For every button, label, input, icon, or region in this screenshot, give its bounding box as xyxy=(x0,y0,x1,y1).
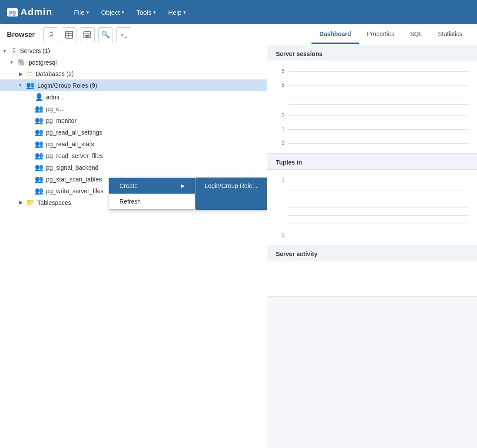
tree-node-pg-read-all-settings[interactable]: 👥 pg_read_all_settings xyxy=(0,126,267,138)
server-activity-section: Server activity xyxy=(267,245,477,296)
menu-object[interactable]: Object ▾ xyxy=(97,6,129,19)
brand-text: Admin xyxy=(20,7,52,18)
login-roles-icon: 👥 xyxy=(26,81,35,89)
server-button[interactable]: 🗄 xyxy=(43,27,58,42)
servers-icon: 🗄 xyxy=(10,47,17,55)
menu-help[interactable]: Help ▾ xyxy=(164,6,190,19)
pg-monitor-label: pg_monitor xyxy=(46,117,76,124)
server-sessions-header: Server sessions xyxy=(267,45,477,61)
tuples-chart-row-1: 1 xyxy=(276,177,468,183)
terminal-button[interactable]: >_ xyxy=(116,27,131,42)
tab-properties[interactable]: Properties xyxy=(359,25,402,44)
tree-node-servers[interactable]: ▾ 🗄 Servers (1) xyxy=(0,45,267,56)
tree-node-postgresql[interactable]: ▾ 🐘 postgresql xyxy=(0,56,267,68)
login-group-role-label: Login/Group Role... xyxy=(205,182,257,189)
pg-signal-backend-icon: 👥 xyxy=(35,163,43,171)
tablespaces-chevron-icon: ▶ xyxy=(19,200,24,205)
main-content: ▾ 🗄 Servers (1) ▾ 🐘 postgresql ▶ 🗂 Datab… xyxy=(0,45,477,448)
toolbar-tabs: Dashboard Properties SQL Statistics xyxy=(311,25,470,44)
chart-row-0: 0 xyxy=(276,140,468,146)
top-navbar: pg Admin File ▾ Object ▾ Tools ▾ Help ▾ xyxy=(0,0,477,24)
submenu-login-group-role[interactable]: Login/Group Role... xyxy=(196,178,267,194)
pg-stat-scan-tables-icon: 👥 xyxy=(35,175,43,183)
help-chevron-icon: ▾ xyxy=(183,10,186,15)
filter-button[interactable] xyxy=(80,27,95,42)
chart-row-5: 5 xyxy=(276,82,468,88)
pg-logo: pg xyxy=(7,8,18,16)
server-sessions-section: Server sessions 6 5 xyxy=(267,45,477,154)
tab-dashboard[interactable]: Dashboard xyxy=(311,25,359,44)
tuples-in-header: Tuples in xyxy=(267,154,477,170)
tree-node-pg-signal-backend[interactable]: 👥 pg_signal_backend xyxy=(0,161,267,173)
pg-ex-icon: 👥 xyxy=(35,105,43,113)
pg-monitor-icon: 👥 xyxy=(35,116,43,125)
admin-label: admi... xyxy=(46,94,64,101)
tuples-chart-row-b5 xyxy=(276,224,468,224)
pg-ex-label: pg_e... xyxy=(46,105,65,112)
pg-read-server-files-icon: 👥 xyxy=(35,152,43,160)
context-menu-create[interactable]: Create ▶ xyxy=(109,178,195,194)
server-sessions-chart: 6 5 2 xyxy=(267,61,477,153)
toolbar: Browser 🗄 🔍 >_ Dashboard Properties SQL … xyxy=(0,24,477,45)
pg-read-all-stats-icon: 👥 xyxy=(35,140,43,148)
tab-sql[interactable]: SQL xyxy=(402,25,430,44)
postgresql-icon: 🐘 xyxy=(17,58,26,66)
tuples-in-section: Tuples in 1 xyxy=(267,154,477,245)
databases-label: Databases (2) xyxy=(36,70,74,77)
pg-read-all-settings-label: pg_read_all_settings xyxy=(46,129,102,136)
tree-node-pg-read-server-files[interactable]: 👥 pg_read_server_files xyxy=(0,150,267,161)
login-roles-chevron-icon: ▾ xyxy=(19,82,24,88)
tab-statistics[interactable]: Statistics xyxy=(430,25,470,44)
svg-rect-0 xyxy=(66,31,73,38)
postgresql-label: postgresql xyxy=(29,59,57,66)
server-activity-chart xyxy=(267,261,477,296)
chart-row-blank2 xyxy=(276,104,468,105)
server-activity-header: Server activity xyxy=(267,245,477,261)
create-submenu-chevron-icon: ▶ xyxy=(181,183,185,189)
databases-chevron-icon: ▶ xyxy=(19,71,24,77)
tree-node-admin[interactable]: 👤 admi... xyxy=(0,91,267,103)
servers-chevron-icon: ▾ xyxy=(3,48,9,54)
tuples-chart-row-0: 0 xyxy=(276,232,468,238)
create-label: Create xyxy=(119,182,138,189)
servers-label: Servers (1) xyxy=(20,47,50,54)
tree-node-login-roles[interactable]: ▾ 👥 Login/Group Roles (9) xyxy=(0,79,267,91)
chart-row-1: 1 xyxy=(276,126,468,132)
tuples-chart-row-b2 xyxy=(276,199,468,199)
login-roles-label: Login/Group Roles (9) xyxy=(37,82,97,89)
table-button[interactable] xyxy=(62,27,76,42)
postgresql-chevron-icon: ▾ xyxy=(10,59,16,65)
tree-node-pg-monitor[interactable]: 👥 pg_monitor xyxy=(0,115,267,126)
tree-node-pg-read-all-stats[interactable]: 👥 pg_read_all_stats xyxy=(0,138,267,150)
admin-icon: 👤 xyxy=(35,93,43,101)
search-button[interactable]: 🔍 xyxy=(98,27,113,42)
tuples-in-chart: 1 xyxy=(267,170,477,245)
context-menu: Create ▶ Refresh xyxy=(109,178,195,210)
tuples-chart-row-b4 xyxy=(276,215,468,216)
menu-tools[interactable]: Tools ▾ xyxy=(132,6,160,19)
right-panel: Server sessions 6 5 xyxy=(267,45,477,448)
chart-row-6: 6 xyxy=(276,68,468,74)
tree-node-databases[interactable]: ▶ 🗂 Databases (2) xyxy=(0,68,267,79)
chart-row-blank1 xyxy=(276,96,468,96)
refresh-label: Refresh xyxy=(119,198,141,205)
nav-menu: File ▾ Object ▾ Tools ▾ Help ▾ xyxy=(70,6,190,19)
tablespaces-icon: 📁 xyxy=(26,198,35,207)
browser-label: Browser xyxy=(7,31,35,39)
databases-icon: 🗂 xyxy=(26,70,33,78)
file-chevron-icon: ▾ xyxy=(86,10,89,15)
chart-row-2: 2 xyxy=(276,112,468,119)
pg-read-all-settings-icon: 👥 xyxy=(35,128,43,136)
tablespaces-label: Tablespaces xyxy=(37,199,71,206)
tools-chevron-icon: ▾ xyxy=(153,10,156,15)
context-menu-overlay: Create ▶ Refresh Login/Group Role... xyxy=(109,178,267,210)
context-menu-refresh[interactable]: Refresh xyxy=(109,194,195,209)
context-submenu: Login/Group Role... xyxy=(195,178,267,210)
tuples-chart-row-b3 xyxy=(276,207,468,208)
menu-file[interactable]: File ▾ xyxy=(70,6,93,19)
pg-read-server-files-label: pg_read_server_files xyxy=(46,152,103,159)
brand: pg Admin xyxy=(7,7,52,18)
tuples-chart-row-b1 xyxy=(276,191,468,191)
tree-node-pg-ex[interactable]: 👥 pg_e... xyxy=(0,103,267,115)
pg-write-server-files-label: pg_write_server_files xyxy=(46,188,103,194)
